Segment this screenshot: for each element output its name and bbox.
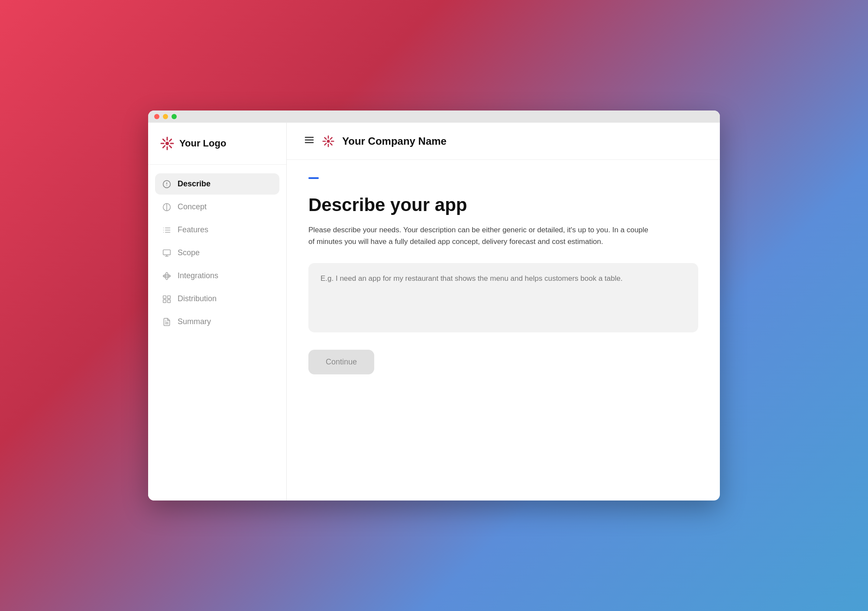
svg-rect-27: [168, 296, 171, 299]
svg-line-8: [163, 146, 165, 147]
svg-line-6: [169, 146, 171, 147]
svg-line-40: [325, 137, 327, 139]
svg-line-41: [330, 143, 332, 145]
close-button[interactable]: [154, 114, 159, 119]
menu-icon[interactable]: [304, 135, 314, 147]
svg-rect-29: [168, 299, 171, 302]
sidebar-item-label-concept: Concept: [178, 202, 207, 211]
features-icon: [162, 226, 172, 234]
describe-icon: [162, 180, 172, 188]
top-bar: Your Company Name: [287, 123, 720, 160]
logo-text: Your Logo: [179, 138, 226, 149]
main-content: Your Company Name Describe your app Plea…: [287, 123, 720, 500]
svg-line-7: [169, 139, 171, 141]
page-description: Please describe your needs. Your descrip…: [308, 224, 655, 247]
company-logo-icon: [322, 135, 334, 147]
sidebar-logo: Your Logo: [148, 123, 286, 165]
concept-icon: [162, 203, 172, 211]
svg-point-0: [165, 142, 169, 145]
app-layout: Your Logo Describe: [148, 123, 720, 500]
sidebar-item-label-distribution: Distribution: [178, 294, 217, 303]
minimize-button[interactable]: [163, 114, 168, 119]
blue-indicator: [308, 177, 319, 179]
svg-point-35: [327, 140, 330, 143]
page-title: Describe your app: [308, 195, 698, 215]
sidebar-item-distribution[interactable]: Distribution: [155, 288, 279, 309]
app-description-input[interactable]: [308, 263, 698, 332]
window-chrome: [148, 110, 720, 123]
distribution-icon: [162, 295, 172, 303]
sidebar-item-scope[interactable]: Scope: [155, 242, 279, 263]
maximize-button[interactable]: [172, 114, 177, 119]
svg-line-43: [325, 143, 327, 145]
sidebar-item-label-scope: Scope: [178, 248, 200, 257]
svg-rect-28: [163, 299, 166, 302]
sidebar-item-describe[interactable]: Describe: [155, 173, 279, 195]
scope-icon: [162, 249, 172, 257]
logo-icon: [160, 136, 174, 150]
svg-line-42: [330, 137, 332, 139]
sidebar-item-integrations[interactable]: Integrations: [155, 265, 279, 286]
integrations-icon: [162, 272, 172, 280]
sidebar-item-label-integrations: Integrations: [178, 271, 218, 280]
sidebar-item-label-describe: Describe: [178, 179, 211, 188]
svg-line-5: [163, 139, 165, 141]
app-window: Your Logo Describe: [148, 110, 720, 500]
sidebar-item-summary[interactable]: Summary: [155, 311, 279, 332]
svg-rect-26: [163, 296, 166, 299]
sidebar-nav: Describe Concept: [148, 165, 286, 341]
sidebar-item-concept[interactable]: Concept: [155, 196, 279, 218]
sidebar-item-features[interactable]: Features: [155, 219, 279, 240]
continue-button[interactable]: Continue: [308, 350, 374, 374]
company-name: Your Company Name: [342, 135, 447, 147]
summary-icon: [162, 318, 172, 326]
sidebar-item-label-summary: Summary: [178, 317, 211, 326]
content-area: Describe your app Please describe your n…: [287, 160, 720, 500]
sidebar-item-label-features: Features: [178, 225, 208, 234]
sidebar: Your Logo Describe: [148, 123, 287, 500]
svg-rect-20: [163, 250, 171, 255]
